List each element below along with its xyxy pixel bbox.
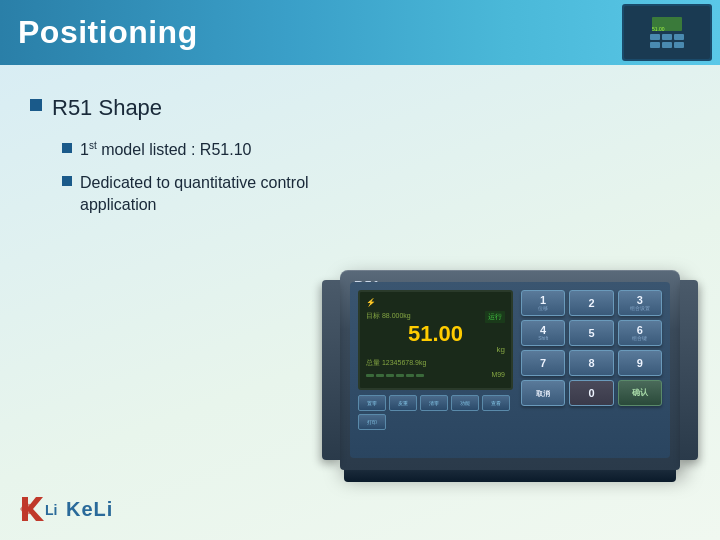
keypad-area: 1 位移 2 3 组合设置: [521, 290, 662, 450]
thumb-screen: 51.00: [652, 17, 682, 31]
device-right-side: [680, 280, 698, 460]
ctrl-btn-zero[interactable]: 置零: [358, 395, 386, 411]
logo-text: KeLi: [66, 498, 113, 521]
main-bullet-item: R51 Shape: [30, 95, 690, 121]
screen-signal-icon: ⚡: [366, 298, 376, 307]
page-wrapper: Positioning 51.00: [0, 0, 720, 540]
main-bullet-list: R51 Shape: [30, 95, 690, 121]
thumb-btn-3: [674, 34, 684, 40]
key-8-number: 8: [588, 358, 594, 369]
logo-area: Li KeLi: [20, 493, 113, 525]
key-7-number: 7: [540, 358, 546, 369]
screen-bar-seg-2: [376, 374, 384, 377]
keli-logo-icon: Li: [20, 493, 62, 525]
thumb-btn-6: [674, 42, 684, 48]
thumb-btn-2: [662, 34, 672, 40]
ctrl-btn-zero-label: 置零: [367, 400, 377, 406]
key-btn-5[interactable]: 5: [569, 320, 613, 346]
key-0-number: 0: [588, 388, 594, 399]
sub-bullet-text-2: Dedicated to quantitative controlapplica…: [80, 172, 309, 217]
key-btn-1[interactable]: 1 位移: [521, 290, 565, 316]
sub-bullet-icon-2: [62, 176, 72, 186]
key-confirm-number: 确认: [632, 389, 648, 397]
screen-status-badge: 运行: [485, 311, 505, 323]
key-btn-cancel[interactable]: 取消: [521, 380, 565, 406]
sub-bullet-item-2: Dedicated to quantitative controlapplica…: [62, 172, 690, 217]
sub-bullet-list: 1st model listed : R51.10 Dedicated to q…: [62, 139, 690, 217]
key-btn-7[interactable]: 7: [521, 350, 565, 376]
thumb-screen-text: 51.00: [652, 26, 665, 32]
key-3-label: 组合设置: [630, 306, 650, 311]
key-btn-2[interactable]: 2: [569, 290, 613, 316]
sub-bullet-text-1: 1st model listed : R51.10: [80, 139, 251, 162]
screen-bar-seg-1: [366, 374, 374, 377]
ctrl-btn-func-label: 功能: [460, 400, 470, 406]
screen-bar-seg-3: [386, 374, 394, 377]
key-6-label: 组合键: [632, 336, 647, 341]
key-btn-6[interactable]: 6 组合键: [618, 320, 662, 346]
superscript-st: st: [89, 140, 97, 151]
screen-controls: 置零 皮重 清零 功能 查看: [358, 395, 513, 430]
key-5-number: 5: [588, 328, 594, 339]
sub-bullet-icon-1: [62, 143, 72, 153]
key-btn-confirm[interactable]: 确认: [618, 380, 662, 406]
key-2-number: 2: [588, 298, 594, 309]
screen-bar-seg-5: [406, 374, 414, 377]
key-btn-8[interactable]: 8: [569, 350, 613, 376]
screen-main-value: 51.00: [366, 323, 505, 345]
key-btn-4[interactable]: 4 Shift: [521, 320, 565, 346]
key-1-label: 位移: [538, 306, 548, 311]
ctrl-btn-view-label: 查看: [491, 400, 501, 406]
screen-target-label: 目标 88.000kg: [366, 311, 411, 323]
screen-mode-label: M99: [491, 371, 505, 378]
key-9-number: 9: [637, 358, 643, 369]
keypad-grid: 1 位移 2 3 组合设置: [521, 290, 662, 406]
header-bar: Positioning 51.00: [0, 0, 720, 65]
thumb-btn-4: [650, 42, 660, 48]
thumb-btn-1: [650, 34, 660, 40]
header-device-thumbnail: 51.00: [622, 4, 712, 61]
svg-text:Li: Li: [45, 502, 57, 518]
screen-top-row: ⚡: [366, 298, 505, 307]
key-btn-9[interactable]: 9: [618, 350, 662, 376]
content-area: R51 Shape 1st model listed : R51.10 Dedi…: [0, 65, 720, 540]
key-btn-3[interactable]: 3 组合设置: [618, 290, 662, 316]
device-container: R51 ⚡ 目标 88.000kg 运行: [340, 270, 690, 490]
ctrl-btn-clear-label: 清零: [429, 400, 439, 406]
key-4-label: Shift: [538, 336, 548, 341]
page-title: Positioning: [18, 14, 198, 51]
screen-bar-seg-4: [396, 374, 404, 377]
device-left-side: [322, 280, 340, 460]
key-cancel-number: 取消: [536, 390, 550, 397]
ctrl-btn-tare-label: 皮重: [398, 400, 408, 406]
ctrl-btn-clear[interactable]: 清零: [420, 395, 448, 411]
thumb-btn-5: [662, 42, 672, 48]
key-btn-0[interactable]: 0: [569, 380, 613, 406]
ctrl-btn-tare[interactable]: 皮重: [389, 395, 417, 411]
main-bullet-text: R51 Shape: [52, 95, 162, 121]
thumb-inner: 51.00: [624, 6, 710, 59]
main-bullet-icon: [30, 99, 42, 111]
screen-bar-seg-6: [416, 374, 424, 377]
screen-area: ⚡ 目标 88.000kg 运行 51.00 kg 总量 12345678.9k…: [358, 290, 513, 450]
device-face: ⚡ 目标 88.000kg 运行 51.00 kg 总量 12345678.9k…: [350, 282, 670, 458]
screen-unit: kg: [366, 345, 505, 354]
ctrl-btn-func[interactable]: 功能: [451, 395, 479, 411]
ctrl-btn-print[interactable]: 打印: [358, 414, 386, 430]
screen-total-row: 总量 12345678.9kg: [366, 358, 505, 368]
screen-progress-bar: [366, 374, 424, 378]
ctrl-btn-print-label: 打印: [367, 419, 377, 425]
device-screen: ⚡ 目标 88.000kg 运行 51.00 kg 总量 12345678.9k…: [358, 290, 513, 390]
sub-bullet-item-1: 1st model listed : R51.10: [62, 139, 690, 162]
thumb-buttons: [650, 34, 684, 48]
ctrl-btn-view[interactable]: 查看: [482, 395, 510, 411]
device-bottom: [344, 470, 676, 482]
device-body: R51 ⚡ 目标 88.000kg 运行: [340, 270, 680, 470]
